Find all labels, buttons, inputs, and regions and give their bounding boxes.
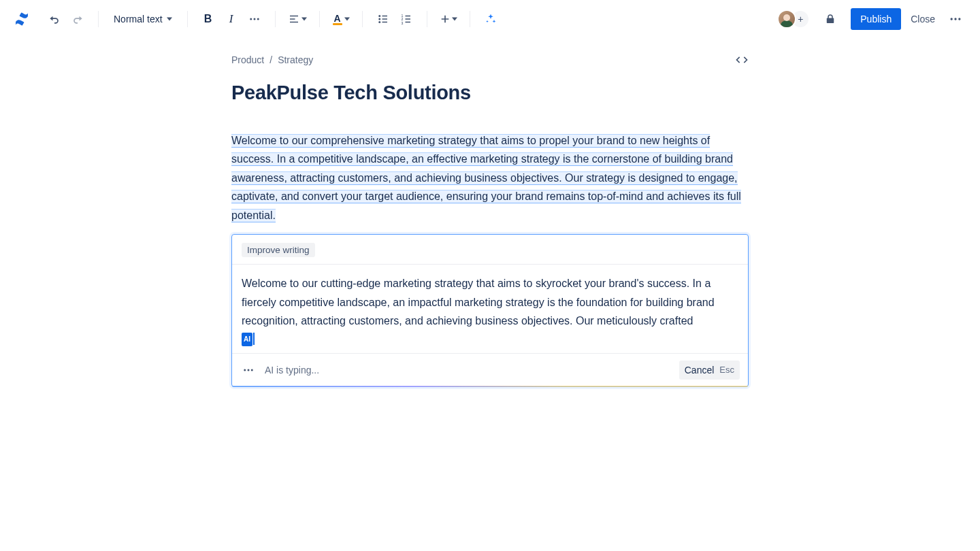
svg-point-10 [954, 18, 956, 20]
svg-point-11 [958, 18, 960, 20]
sparkle-icon [484, 12, 497, 26]
undo-button[interactable] [44, 8, 65, 30]
chevron-down-icon [452, 16, 457, 22]
bullet-list-button[interactable] [372, 8, 394, 30]
svg-point-5 [378, 21, 380, 23]
dots-horizontal-icon [248, 13, 261, 25]
ai-badge: AI [242, 333, 252, 346]
ai-cancel-label: Cancel [685, 365, 715, 375]
toolbar-separator [470, 11, 470, 27]
ai-panel-header: Improve writing [232, 235, 748, 265]
toolbar-separator [427, 11, 427, 27]
dots-horizontal-icon [242, 364, 255, 376]
chevron-down-icon [301, 16, 307, 22]
selected-text: Welcome to our comprehensive marketing s… [231, 134, 741, 222]
text-style-dropdown[interactable]: Normal text [108, 8, 178, 30]
confluence-logo-icon[interactable] [14, 11, 30, 27]
numbered-list-icon: 123 [400, 13, 412, 25]
ai-panel-accent [232, 386, 748, 387]
bullet-list-icon [377, 13, 389, 25]
toolbar-separator [319, 11, 320, 27]
numbered-list-button[interactable]: 123 [395, 8, 417, 30]
editor-toolbar: Normal text B I A 123 [0, 0, 980, 38]
bold-button[interactable]: B [197, 8, 219, 30]
dots-horizontal-icon [949, 12, 962, 26]
insert-dropdown[interactable] [437, 8, 460, 30]
toolbar-separator [98, 11, 99, 27]
breadcrumb-item-product[interactable]: Product [231, 54, 264, 65]
restrictions-button[interactable] [819, 8, 841, 30]
italic-button[interactable]: I [220, 8, 242, 30]
ai-assist-button[interactable] [480, 8, 502, 30]
svg-point-13 [248, 369, 250, 371]
breadcrumb: Product / Strategy [231, 54, 313, 65]
align-left-icon [288, 13, 300, 25]
more-formatting-button[interactable] [244, 8, 265, 30]
close-button[interactable]: Close [911, 14, 935, 24]
page-title[interactable]: PeakPulse Tech Solutions [231, 82, 749, 104]
ai-panel-footer: AI is typing... Cancel Esc [232, 353, 748, 386]
ai-suggestion-panel: Improve writing Welcome to our cutting-e… [231, 234, 749, 387]
chevron-down-icon [344, 16, 350, 22]
body-paragraph[interactable]: Welcome to our comprehensive marketing s… [231, 131, 749, 224]
ai-action-chip[interactable]: Improve writing [242, 243, 315, 257]
page-content: Product / Strategy PeakPulse Tech Soluti… [231, 54, 749, 414]
toolbar-separator [187, 11, 188, 27]
breadcrumb-separator: / [270, 54, 272, 65]
svg-point-3 [378, 15, 380, 17]
svg-point-4 [378, 18, 380, 20]
text-style-label: Normal text [114, 14, 163, 24]
redo-button[interactable] [67, 8, 88, 30]
align-dropdown[interactable] [285, 8, 310, 30]
ai-status-text: AI is typing... [265, 365, 319, 375]
toolbar-separator [362, 11, 363, 27]
publish-button[interactable]: Publish [851, 8, 901, 30]
ai-suggestion-body: Welcome to our cutting-edge marketing st… [232, 265, 748, 353]
plus-icon [440, 14, 451, 24]
svg-point-14 [251, 369, 253, 371]
ai-typing-cursor [253, 333, 255, 345]
expand-horizontal-icon [735, 55, 749, 65]
ai-more-button[interactable] [240, 362, 257, 378]
svg-point-12 [244, 369, 246, 371]
svg-point-1 [253, 18, 255, 20]
ai-cancel-button[interactable]: Cancel Esc [679, 361, 740, 380]
page-width-toggle[interactable] [735, 55, 749, 65]
esc-key-hint: Esc [719, 365, 734, 375]
svg-point-0 [250, 18, 252, 20]
breadcrumb-item-strategy[interactable]: Strategy [278, 54, 313, 65]
svg-point-9 [951, 18, 953, 20]
ai-suggestion-text: Welcome to our cutting-edge marketing st… [242, 278, 715, 327]
chevron-down-icon [167, 16, 172, 22]
toolbar-separator [275, 11, 276, 27]
text-color-dropdown[interactable]: A [329, 8, 353, 30]
collaborators: + [777, 10, 810, 29]
svg-point-2 [257, 18, 259, 20]
more-actions-button[interactable] [945, 8, 966, 30]
lock-icon [824, 13, 836, 25]
svg-text:3: 3 [401, 21, 403, 25]
